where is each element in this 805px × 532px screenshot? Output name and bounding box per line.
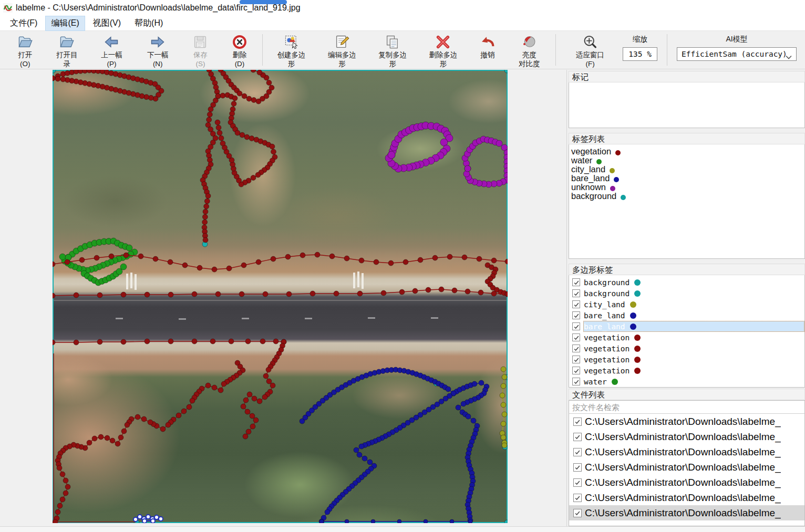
annotation-background-border[interactable] (53, 70, 507, 523)
polygon-label-row-body[interactable]: vegetation (583, 332, 804, 343)
checkbox-checked[interactable] (572, 300, 580, 308)
toolbar-button-delete-file[interactable]: 删除(D) (223, 32, 257, 68)
checkbox-checked[interactable] (572, 278, 580, 286)
file-list-row[interactable]: C:\Users\Administrator\Downloads\labelme… (569, 475, 804, 490)
checkbox-checked[interactable] (573, 463, 582, 472)
menu-item-file[interactable]: 文件(F) (4, 16, 43, 31)
toolbar-button-prev-image[interactable]: 上一幅(P) (91, 32, 132, 68)
file-list[interactable]: C:\Users\Administrator\Downloads\labelme… (569, 414, 805, 526)
checkbox-checked[interactable] (572, 311, 580, 319)
annotation-vegetation-lightning-branch[interactable] (215, 92, 277, 187)
polygon-label-row-body[interactable]: bare_land (583, 310, 804, 321)
annotation-vegetation-hline-3[interactable] (53, 339, 286, 345)
annotation-vegetation-topleft[interactable] (53, 70, 164, 101)
polygon-label-row-body[interactable]: vegetation (583, 365, 804, 376)
toolbar-button-create-polygon[interactable]: 创建多边形 (269, 32, 314, 68)
polygon-label-row-background[interactable]: background (570, 288, 804, 299)
toolbar-separator (555, 34, 556, 66)
annotation-vegetation-left-big[interactable] (53, 360, 245, 523)
label-list-item-city_land[interactable]: city_land (571, 165, 803, 174)
annotation-background-points[interactable] (53, 70, 508, 523)
polygon-label-row-bare_land[interactable]: bare_land (570, 310, 804, 321)
toolbar-button-label: 适应窗口(F) (572, 51, 608, 69)
polygon-label-row-body[interactable]: city_land (583, 299, 804, 310)
polygon-label-row-body[interactable]: background (583, 277, 804, 288)
polygon-label-row-vegetation[interactable]: vegetation (570, 365, 804, 376)
file-list-dock-title: 文件列表 (569, 389, 805, 400)
checkbox-checked[interactable] (572, 333, 580, 341)
toolbar-button-open-dir[interactable]: 打开目录 (48, 32, 86, 68)
file-search-input[interactable] (569, 400, 805, 414)
checkbox-checked[interactable] (572, 367, 580, 374)
polygon-label-row-body[interactable]: vegetation (583, 343, 804, 354)
toolbar-button-undo[interactable]: 撤销 (471, 32, 504, 68)
checkbox-checked[interactable] (573, 494, 582, 502)
polygon-label-row-background[interactable]: background (570, 277, 804, 288)
menu-item-edit[interactable]: 编辑(E) (45, 16, 85, 31)
file-list-row[interactable]: C:\Users\Administrator\Downloads\labelme… (569, 460, 804, 475)
file-list-row[interactable]: C:\Users\Administrator\Downloads\labelme… (569, 505, 804, 520)
file-list-row[interactable]: C:\Users\Administrator\Downloads\labelme… (569, 444, 804, 460)
polygon-label-row-vegetation[interactable]: vegetation (570, 332, 804, 343)
polygon-label-row-body[interactable]: background (583, 288, 804, 299)
zoom-spinbox[interactable]: 135 % (623, 47, 657, 61)
annotation-unknown-purple-right[interactable] (462, 136, 508, 187)
file-list-row[interactable]: C:\Users\Administrator\Downloads\labelme… (569, 414, 804, 429)
annotation-bare-land-navy-main[interactable] (300, 367, 489, 523)
checkbox-checked[interactable] (572, 289, 580, 297)
polygon-label-row-body[interactable]: vegetation (583, 354, 804, 365)
polygon-label-row-body[interactable]: bare_land (583, 321, 804, 332)
polygon-label-row-vegetation[interactable]: vegetation (570, 343, 804, 354)
file-list-row[interactable]: C:\Users\Administrator\Downloads\labelme… (569, 490, 804, 505)
checkbox-checked[interactable] (572, 322, 580, 330)
ai-model-dropdown[interactable]: EfficientSam (accuracy) (677, 47, 797, 61)
annotation-vegetation-hline-2[interactable] (53, 287, 508, 298)
checkbox-checked[interactable] (573, 433, 582, 441)
annotation-vegetation-hook[interactable] (241, 339, 286, 439)
checkbox-checked[interactable] (572, 356, 580, 363)
checkbox-checked[interactable] (572, 378, 580, 385)
toolbar-button-delete-polygon[interactable]: 删除多边形 (420, 32, 466, 68)
label-list[interactable]: vegetationwatercity_landbare_landunknown… (569, 144, 805, 259)
label-color-dot (610, 168, 615, 173)
label-list-item-background[interactable]: background (571, 192, 803, 201)
menu-item-help[interactable]: 帮助(H) (129, 16, 169, 31)
annotation-unknown-purple-blob[interactable] (385, 122, 453, 172)
label-list-item-vegetation[interactable]: vegetation (571, 147, 803, 156)
flags-dock-title: 标记 (569, 71, 805, 82)
annotation-city-land-right-edge[interactable] (500, 367, 507, 448)
annotation-canvas[interactable] (53, 70, 508, 523)
polygon-label-list[interactable]: backgroundbackgroundcity_landbare_landba… (569, 275, 805, 388)
checkbox-checked[interactable] (573, 418, 582, 426)
annotation-vegetation-top-companion[interactable] (218, 70, 274, 104)
checkbox-checked[interactable] (573, 478, 582, 487)
checkbox-checked[interactable] (572, 345, 580, 352)
right-panel: 标记 标签列表 vegetationwatercity_landbare_lan… (567, 70, 805, 526)
label-list-item-water[interactable]: water (571, 156, 803, 165)
flags-list[interactable] (569, 82, 805, 128)
toolbar-button-save[interactable]: 保存(S) (183, 32, 217, 68)
toolbar-button-copy-polygon[interactable]: 复制多边形 (370, 32, 415, 68)
label-list-item-unknown[interactable]: unknown (571, 183, 803, 192)
polygon-label-row-city_land[interactable]: city_land (570, 299, 804, 310)
toolbar-button-edit-polygon[interactable]: 编辑多边形 (319, 32, 365, 68)
checkbox-checked[interactable] (573, 509, 582, 517)
toolbar-button-open[interactable]: 打开(O) (8, 32, 43, 68)
ai-model-label: AI模型 (726, 35, 747, 44)
checkbox-checked[interactable] (573, 448, 582, 456)
file-list-row[interactable]: C:\Users\Administrator\Downloads\labelme… (569, 429, 804, 444)
toolbar-button-brightness-contrast[interactable]: 亮度 对比度(B) (509, 32, 550, 68)
toolbar-button-fit-window[interactable]: 适应窗口(F) (566, 32, 614, 68)
annotated-image[interactable] (53, 70, 508, 523)
menu-item-view[interactable]: 视图(V) (87, 16, 127, 31)
polygon-label-row-bare_land[interactable]: bare_land (570, 321, 804, 332)
toolbar-button-next-image[interactable]: 下一幅(N) (137, 32, 178, 68)
polygon-label-row-body[interactable]: water (583, 376, 804, 387)
label-list-item-bare_land[interactable]: bare_land (571, 174, 803, 183)
annotation-bare-land-navy-diag[interactable] (319, 391, 456, 523)
polygon-label-row-water[interactable]: water (570, 376, 804, 387)
polygon-color-dot (612, 379, 618, 385)
polygon-label-row-vegetation[interactable]: vegetation (570, 354, 804, 365)
annotation-vegetation-right-s[interactable] (485, 263, 508, 297)
labelme-window: labelme - C:\Users\Administrator\Downloa… (0, 0, 805, 532)
